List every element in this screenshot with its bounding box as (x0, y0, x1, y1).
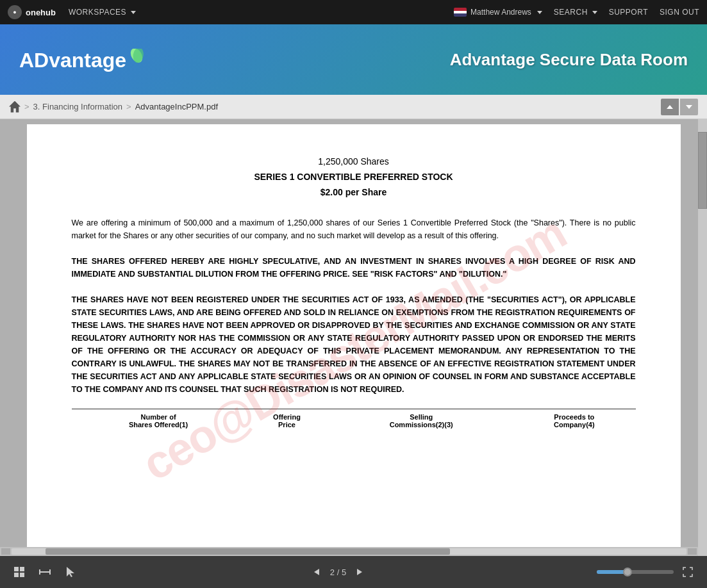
bottom-toolbar-right (597, 563, 697, 581)
svg-marker-9 (67, 567, 74, 577)
support-label: SUPPORT (609, 8, 648, 17)
doc-page: ceo@DisasterMail.com 1,250,000 Shares SE… (27, 124, 681, 556)
doc-viewer-area: ceo@DisasterMail.com 1,250,000 Shares SE… (0, 119, 707, 556)
workspaces-label: WORKSPACES (69, 8, 126, 17)
table-col-shares: Number of Shares Offered(1) (73, 411, 244, 431)
pdf-title-shares: 1,250,000 Shares (72, 156, 636, 167)
pdf-title-stock: SERIES 1 CONVERTIBLE PREFERRED STOCK (72, 172, 636, 182)
breadcrumb-filename: AdvantageIncPPM.pdf (135, 102, 218, 111)
support-nav-link[interactable]: SUPPORT (609, 8, 648, 17)
breadcrumb-section-link[interactable]: 3. Financing Information (33, 102, 122, 111)
pdf-price: $2.00 per Share (72, 187, 636, 197)
sign-out-label: SIGN OUT (660, 8, 699, 17)
flag-icon (454, 8, 467, 17)
page-indicator: 2 / 5 (330, 568, 346, 577)
home-icon[interactable] (9, 101, 21, 113)
prev-arrow-icon (312, 568, 320, 576)
arrow-down-icon (686, 105, 692, 109)
cursor-tool-button[interactable] (62, 563, 79, 581)
advantage-logo: ADvantage (19, 49, 147, 70)
fit-width-icon (39, 566, 51, 578)
pdf-paragraph-2-bold: THE SHARES OFFERED HEREBY ARE HIGHLY SPE… (72, 255, 636, 281)
onehub-logo-icon: ● (8, 5, 22, 19)
breadcrumb-navigation (661, 99, 698, 115)
leaf-icon (129, 49, 147, 67)
horizontal-scrollbar[interactable] (0, 547, 698, 556)
offering-table: Number of Shares Offered(1) Offering Pri… (72, 409, 636, 432)
fullscreen-icon (683, 567, 693, 577)
next-arrow-icon (356, 568, 365, 576)
table-col-proceeds: Proceeds to Company(4) (514, 411, 634, 431)
vertical-scrollbar-thumb[interactable] (698, 132, 707, 209)
fullscreen-button[interactable] (679, 563, 697, 581)
search-chevron-icon (592, 11, 597, 14)
app-header: ADvantage Advantage Secure Data Room (0, 24, 707, 95)
svg-marker-10 (314, 569, 319, 575)
app-title: Advantage Secure Data Room (450, 50, 688, 70)
breadcrumb-bar: > 3. Financing Information > AdvantageIn… (0, 95, 707, 119)
breadcrumb-sep-1: > (24, 102, 29, 111)
grid-view-button[interactable] (10, 563, 28, 581)
workspaces-chevron-icon (131, 11, 136, 14)
progress-bar[interactable] (597, 570, 674, 574)
pdf-paragraph-3-bold: THE SHARES HAVE NOT BEEN REGISTERED UNDE… (72, 293, 636, 396)
sign-out-link[interactable]: SIGN OUT (660, 8, 699, 17)
bottom-toolbar-left (10, 563, 79, 581)
topnav-right-area: Matthew Andrews SEARCH SUPPORT SIGN OUT (454, 8, 699, 17)
svg-rect-5 (20, 573, 24, 577)
svg-rect-3 (20, 567, 24, 571)
nav-down-button[interactable] (680, 99, 698, 115)
vertical-scrollbar-track[interactable] (698, 119, 707, 556)
cursor-icon (65, 566, 76, 578)
scroll-track (12, 548, 686, 555)
grid-icon (13, 566, 25, 578)
search-nav-label: SEARCH (554, 8, 588, 17)
bottom-toolbar: 2 / 5 (0, 556, 707, 588)
progress-dot[interactable] (623, 568, 632, 576)
svg-rect-4 (14, 573, 19, 577)
breadcrumb-sep-2: > (126, 102, 131, 111)
svg-marker-11 (357, 569, 362, 575)
bottom-toolbar-center: 2 / 5 (307, 563, 369, 581)
scroll-left-btn[interactable] (1, 548, 10, 555)
onehub-logo-text: onehub (26, 8, 56, 17)
breadcrumb: > 3. Financing Information > AdvantageIn… (9, 101, 218, 113)
pdf-paragraph-1: We are offering a minimum of 500,000 and… (72, 216, 636, 242)
svg-rect-2 (14, 567, 19, 571)
scroll-thumb-h[interactable] (46, 548, 451, 555)
table-col-offering: Offering Price (245, 411, 329, 431)
top-navigation: ● onehub WORKSPACES Matthew Andrews SEAR… (0, 0, 707, 24)
user-name-label: Matthew Andrews (470, 8, 531, 17)
user-chevron-icon (537, 11, 542, 14)
user-menu[interactable]: Matthew Andrews (454, 8, 542, 17)
next-page-button[interactable] (351, 563, 369, 581)
arrow-up-icon (667, 105, 673, 109)
prev-page-button[interactable] (307, 563, 325, 581)
table-col-commissions: Selling Commissions(2)(3) (329, 411, 513, 431)
onehub-logo[interactable]: ● onehub (8, 5, 56, 19)
nav-up-button[interactable] (661, 99, 679, 115)
search-nav-link[interactable]: SEARCH (554, 8, 597, 17)
fit-width-button[interactable] (36, 563, 54, 581)
workspaces-menu[interactable]: WORKSPACES (69, 8, 136, 17)
logo-text: ADvantage (19, 50, 126, 70)
scroll-right-btn[interactable] (688, 548, 697, 555)
